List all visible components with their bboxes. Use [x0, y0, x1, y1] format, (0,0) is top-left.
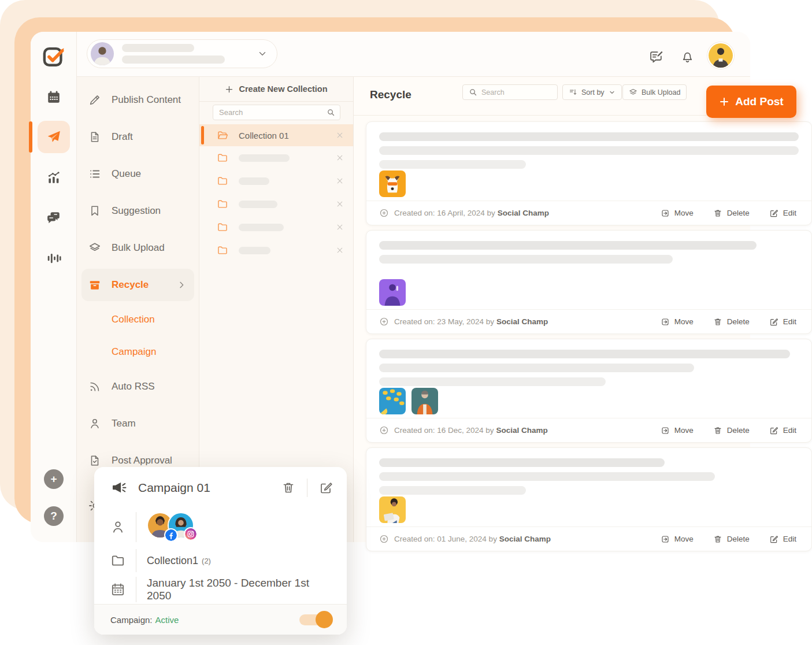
nav-item-label: Bulk Upload — [112, 242, 165, 254]
user-avatar[interactable] — [707, 42, 734, 69]
campaign-status-value: Active — [155, 615, 179, 625]
nav-item-suggestion[interactable]: Suggestion — [81, 195, 194, 227]
layers-icon — [88, 242, 101, 254]
yellow-woman-laptop-thumb[interactable] — [379, 496, 406, 523]
edit-campaign-icon[interactable] — [319, 481, 333, 495]
delete-campaign-icon[interactable] — [281, 481, 295, 495]
search-icon — [327, 108, 335, 117]
delete-icon — [713, 209, 722, 218]
nav-item-draft[interactable]: Draft — [81, 121, 194, 153]
edit-icon — [769, 426, 778, 435]
nav-item-bulk-upload[interactable]: Bulk Upload — [81, 232, 194, 264]
collection-row[interactable] — [199, 146, 353, 169]
lemons-blue-thumb[interactable] — [379, 388, 406, 414]
remove-collection-icon[interactable] — [336, 246, 344, 254]
edit-button[interactable]: Edit — [769, 426, 796, 435]
divider — [307, 479, 307, 497]
social-inbox-chat-icon[interactable] — [46, 210, 61, 225]
collection-search-box — [213, 105, 340, 120]
campaign-accounts-row — [110, 512, 333, 542]
collection-search-input[interactable] — [219, 108, 327, 117]
delete-button[interactable]: Delete — [713, 535, 750, 544]
campaign-collection-count: (2) — [202, 557, 211, 565]
delete-button[interactable]: Delete — [713, 209, 750, 218]
add-new-button[interactable]: + — [44, 469, 64, 489]
message-edit-icon[interactable] — [649, 49, 663, 64]
dog-orange-thumb[interactable] — [379, 170, 406, 197]
campaign-card-header: Campaign 01 — [94, 467, 347, 503]
folder-icon — [217, 175, 228, 187]
add-post-button[interactable]: Add Post — [706, 86, 796, 118]
bulk-upload-button[interactable]: Bulk Upload — [622, 84, 687, 100]
nav-item-label: Collection — [112, 314, 155, 325]
posts-search-box — [462, 84, 558, 100]
chevron-down-icon — [257, 49, 268, 59]
collection-row[interactable] — [199, 216, 353, 239]
add-post-label: Add Post — [735, 95, 783, 108]
author-name: Social Champ — [499, 535, 551, 543]
post-thumbnails — [379, 388, 438, 414]
move-button[interactable]: Move — [661, 535, 694, 544]
calendar-icon[interactable] — [46, 90, 61, 105]
nav-item-auto-rss[interactable]: Auto RSS — [81, 370, 194, 403]
campaign-detail-card: Campaign 01 — [94, 467, 347, 635]
edit-button[interactable]: Edit — [769, 209, 796, 218]
bell-icon[interactable] — [680, 49, 695, 64]
orange-jacket-man-thumb[interactable] — [411, 388, 438, 414]
bulk-upload-label: Bulk Upload — [642, 88, 680, 97]
move-button[interactable]: Move — [661, 426, 694, 435]
collection-row[interactable] — [199, 169, 353, 192]
sort-by-button[interactable]: Sort by — [562, 84, 622, 100]
post-thumbnails — [379, 496, 406, 523]
nav-item-collection[interactable]: Collection — [81, 306, 194, 333]
collection-row[interactable] — [199, 192, 353, 216]
collection-row[interactable]: Collection 01 — [199, 124, 353, 146]
facebook-icon — [164, 528, 178, 542]
posts-search-input[interactable] — [481, 88, 545, 97]
delete-button[interactable]: Delete — [713, 426, 750, 435]
post-text-placeholder — [379, 241, 799, 269]
remove-collection-icon[interactable] — [336, 223, 344, 231]
edit-button[interactable]: Edit — [769, 535, 796, 544]
post-text-placeholder — [379, 350, 799, 391]
edit-button[interactable]: Edit — [769, 317, 796, 327]
nav-item-queue[interactable]: Queue — [81, 158, 194, 190]
nav-item-recycle[interactable]: Recycle — [81, 269, 194, 301]
delete-button[interactable]: Delete — [713, 317, 750, 327]
collection-row[interactable] — [199, 239, 353, 262]
analytics-chart-icon[interactable] — [46, 170, 61, 185]
campaign-collection-row: Collection1 (2) — [110, 549, 333, 572]
remove-collection-icon[interactable] — [336, 154, 344, 162]
nav-item-publish-content[interactable]: Publish Content — [81, 84, 194, 116]
icon-rail: + ? — [31, 32, 77, 542]
workspace-avatar — [91, 42, 114, 65]
post-card-footer: Created on: 16 April, 2024 by Social Cha… — [366, 201, 811, 225]
app-logo-icon[interactable] — [41, 43, 66, 69]
post-card-footer: Created on: 16 Dec, 2024 by Social Champ… — [366, 418, 811, 442]
help-button[interactable]: ? — [44, 506, 64, 526]
purple-person-thumb[interactable] — [379, 279, 406, 306]
move-icon — [661, 426, 670, 435]
remove-collection-icon[interactable] — [336, 200, 344, 208]
instagram-icon — [184, 527, 198, 541]
delete-icon — [713, 317, 722, 327]
rss-icon — [88, 380, 101, 393]
nav-item-team[interactable]: Team — [81, 407, 194, 440]
edit-icon — [769, 317, 778, 327]
move-button[interactable]: Move — [661, 317, 694, 327]
chevron-down-icon — [609, 89, 616, 96]
create-new-collection-button[interactable]: Create New Collection — [199, 77, 353, 102]
publish-paper-plane-icon[interactable] — [46, 129, 61, 144]
workspace-selector[interactable] — [87, 39, 277, 68]
created-on-text: Created on: 01 June, 2024 by Social Cham… — [379, 534, 641, 544]
remove-collection-icon[interactable] — [336, 131, 344, 139]
nav-item-label: Suggestion — [112, 205, 161, 217]
main-header: Recycle Sort by — [354, 77, 750, 116]
created-on-text: Created on: 16 April, 2024 by Social Cha… — [379, 208, 641, 218]
move-button[interactable]: Move — [661, 209, 694, 218]
nav-item-campaign[interactable]: Campaign — [81, 338, 194, 366]
audio-wave-icon[interactable] — [46, 251, 61, 266]
campaign-active-toggle[interactable] — [299, 611, 333, 628]
remove-collection-icon[interactable] — [336, 177, 344, 185]
file-check-icon — [88, 454, 101, 467]
